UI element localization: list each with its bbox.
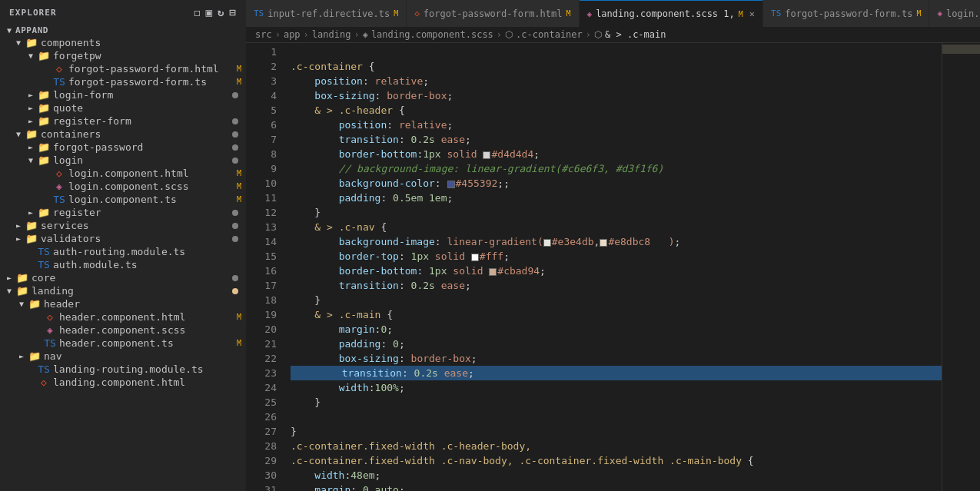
quote-label: quote [53,102,246,114]
tab-ts-icon: TS [254,8,264,18]
breadcrumb-landing: landing [312,29,351,40]
folder-icon: 📁 [37,141,51,153]
services-label: services [41,220,232,231]
login-html-label: login.component.html [68,168,237,179]
tab-forgot-ts-label: forgot-password-form.ts [785,8,912,19]
sidebar-item-header-scss[interactable]: ▶ ◈ header.component.scss [0,323,246,337]
sidebar-item-login[interactable]: ▼ 📁 login [0,154,246,167]
breadcrumb-sep: › [586,29,591,40]
code-line: padding: 0.5em 1em; [291,191,942,205]
sidebar-item-forgetpw[interactable]: ▼ 📁 forgetpw [0,49,246,62]
sidebar-item-login-form[interactable]: ► 📁 login-form [0,88,246,101]
code-content[interactable]: .c-container { position: relative; box-s… [284,43,942,491]
root-label: APPAND [15,25,246,35]
tabs-bar: TS input-ref.directive.ts M ◇ forgot-pas… [246,0,980,27]
sidebar-item-auth-routing[interactable]: ▶ TS auth-routing.module.ts [0,245,246,258]
breadcrumb: src › app › landing › ◈ landing.componen… [246,27,980,43]
root-folder[interactable]: ▼ APPAND [0,25,246,36]
sidebar-item-landing-html[interactable]: ▶ ◇ landing.component.html [0,376,246,389]
breadcrumb-selector: ⬡ [505,29,513,40]
sidebar-item-validators[interactable]: ► 📁 validators [0,232,246,245]
folder-icon: 📁 [25,233,38,244]
code-line: } [291,293,942,307]
header-html-label: header.component.html [59,311,237,323]
code-line: margin: 0 auto; [291,483,942,491]
sidebar-item-containers[interactable]: ▼ 📁 containers [0,128,246,141]
sidebar-item-auth-module[interactable]: ▶ TS auth.module.ts [0,258,246,271]
sidebar-item-quote[interactable]: ► 📁 quote [0,101,246,114]
tab-input-ref[interactable]: TS input-ref.directive.ts M [246,0,407,27]
header-ts-badge: M [237,339,241,347]
sidebar-item-forgot-password[interactable]: ► 📁 forgot-password [0,141,246,154]
new-folder-icon[interactable]: ▣ [205,6,213,18]
sidebar-item-forgot-html[interactable]: ▶ ◇ forgot-password-form.html M [0,62,246,75]
breadcrumb-file: landing.component.scss [371,29,493,40]
code-line: border-top: 1px solid #fff; [291,249,942,264]
tab-close-button[interactable]: ✕ [749,8,755,19]
ts-icon: TS [52,76,66,88]
tab-landing-scss[interactable]: ◈ landing.component.scss 1, M ✕ [580,0,764,27]
core-label: core [32,272,232,284]
html-icon: ◇ [37,377,51,388]
sidebar-item-register-form[interactable]: ► 📁 register-form [0,114,246,128]
code-editor: 1234567891011121314151617181920212223242… [246,43,980,491]
breadcrumb-app: app [284,29,301,40]
sidebar-item-services[interactable]: ► 📁 services [0,219,246,232]
sidebar-item-login-html[interactable]: ▶ ◇ login.component.html M [0,167,246,180]
code-line: } [291,424,942,439]
tab-landing-scss-label: landing.component.scss 1, [596,8,735,19]
sidebar-title-text: EXPLORER [9,8,57,18]
minimap-highlight [942,45,980,54]
ts-icon: TS [37,363,51,375]
folder-icon: 📁 [37,89,51,101]
scss-icon: ◈ [43,324,57,336]
sidebar-item-register[interactable]: ► 📁 register [0,206,246,219]
breadcrumb-main: & > .c-main [605,29,666,40]
forgot-html-badge: M [237,65,241,73]
code-line: width:100%; [291,380,942,395]
sidebar-item-core[interactable]: ► 📁 core [0,271,246,284]
sidebar-item-login-scss[interactable]: ▶ ◈ login.component.scss M [0,180,246,193]
tab-login-scss[interactable]: ◈ login.co [929,0,980,27]
scss-icon: ◈ [52,181,66,192]
sidebar-item-forgot-ts[interactable]: ▶ TS forgot-password-form.ts M [0,75,246,88]
validators-dot [232,236,238,242]
collapse-icon[interactable]: ⊟ [229,6,237,18]
register-form-arrow: ► [25,117,37,125]
sidebar-item-login-ts[interactable]: ▶ TS login.component.ts M [0,193,246,206]
breadcrumb-container: .c-container [516,29,583,40]
tab-forgot-ts[interactable]: TS forgot-password-form.ts M [763,0,929,27]
validators-label: validators [41,233,232,244]
sidebar-item-header-html[interactable]: ▶ ◇ header.component.html M [0,310,246,323]
tab-input-ref-label: input-ref.directive.ts [267,8,390,19]
register-form-label: register-form [53,115,232,127]
quote-arrow: ► [25,104,37,112]
html-icon: ◇ [43,311,57,323]
containers-label: containers [41,128,232,140]
sidebar-item-landing[interactable]: ▼ 📁 landing [0,284,246,297]
register-dot [232,210,238,216]
login-html-badge: M [237,169,241,177]
ts-icon: TS [37,259,51,270]
new-file-icon[interactable]: ◻ [194,6,201,18]
sidebar-item-landing-routing[interactable]: ▶ TS landing-routing.module.ts [0,363,246,376]
refresh-icon[interactable]: ↻ [218,6,225,18]
sidebar-item-header-ts[interactable]: ▶ TS header.component.ts M [0,337,246,350]
code-line: } [291,205,942,220]
login-scss-badge: M [237,182,241,191]
landing-label: landing [32,285,232,297]
code-line: box-sizing: border-box; [291,88,942,103]
code-line: padding: 0; [291,337,942,351]
tab-forgot-html[interactable]: ◇ forgot-password-form.html M [407,0,579,27]
sidebar-item-components[interactable]: ▼ 📁 components [0,36,246,49]
tab-scss-icon: ◈ [937,8,942,18]
containers-arrow: ▼ [12,130,25,138]
folder-icon: 📁 [37,50,51,61]
folder-icon: 📁 [25,220,38,231]
forgot-ts-badge: M [237,78,241,86]
header-scss-label: header.component.scss [59,324,246,336]
sidebar-item-nav[interactable]: ► 📁 nav [0,350,246,363]
login-label: login [53,154,232,166]
sidebar-item-header-folder[interactable]: ▼ 📁 header [0,297,246,310]
code-line: background-image: linear-gradient(#e3e4d… [291,234,942,249]
